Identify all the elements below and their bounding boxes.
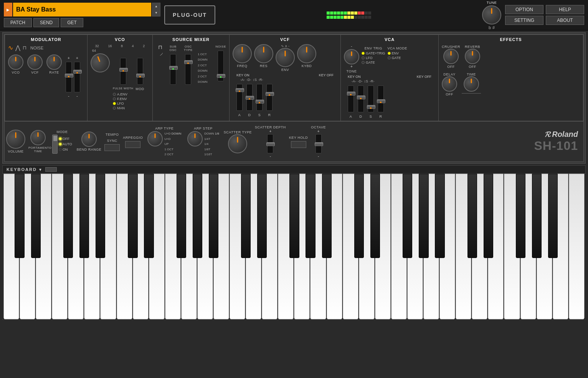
vca-r-track[interactable] xyxy=(378,85,384,112)
waveform-row: ∿ ⋀ ⊓ NOISE xyxy=(8,44,84,51)
time-knob[interactable] xyxy=(464,76,479,92)
patch-down-arrow[interactable]: ▼ xyxy=(152,10,160,16)
res-label: RES xyxy=(260,64,268,68)
black-key[interactable] xyxy=(419,174,428,258)
rate-knob[interactable] xyxy=(46,54,62,70)
sq-wave-icon[interactable]: ⊓ xyxy=(158,44,162,50)
pulse-wave-icon[interactable]: ⊓ xyxy=(23,45,26,51)
vco-knob[interactable] xyxy=(8,54,23,70)
octave-track[interactable] xyxy=(315,134,322,153)
black-key[interactable] xyxy=(532,174,542,258)
vcf-freq-knob[interactable] xyxy=(233,44,252,63)
scatter-type-knob[interactable] xyxy=(228,134,247,153)
res-group: RES xyxy=(254,44,273,68)
vca-a-track[interactable] xyxy=(348,85,354,112)
black-key[interactable] xyxy=(435,174,444,258)
black-key[interactable] xyxy=(193,174,202,258)
white-key[interactable] xyxy=(569,174,585,319)
patch-up-arrow[interactable]: ▲ xyxy=(152,3,160,10)
vca-controls: - + TONE ENV TRIG GATE+TRIG xyxy=(344,44,435,73)
vcf-r-track[interactable] xyxy=(266,84,273,111)
delay-knob[interactable] xyxy=(442,76,457,92)
option-button[interactable]: OPTION xyxy=(505,5,543,14)
vco-tune-knob[interactable] xyxy=(88,51,112,75)
black-key[interactable] xyxy=(96,174,105,258)
key-hold-button[interactable] xyxy=(291,141,306,148)
vca-tone-knob[interactable] xyxy=(344,49,359,64)
black-key[interactable] xyxy=(322,174,332,258)
vcf-env-curve: ∿∧- xyxy=(281,44,289,48)
wave-selectors: ⊓ ⟋ xyxy=(156,44,164,57)
meter-seg xyxy=(330,16,333,19)
black-key[interactable] xyxy=(15,174,24,258)
black-key[interactable] xyxy=(306,174,315,258)
help-button[interactable]: HELP xyxy=(546,5,584,14)
sine-wave-icon[interactable]: ∿ xyxy=(8,44,13,51)
noise-track[interactable] xyxy=(218,51,224,81)
scatter-depth-track[interactable] xyxy=(267,134,273,153)
mod-vcf-fader-track[interactable] xyxy=(74,62,80,92)
scatter-depth-thumb[interactable] xyxy=(266,142,275,146)
get-button[interactable]: GET xyxy=(61,18,83,27)
black-key[interactable] xyxy=(370,174,380,258)
auto-led xyxy=(59,143,62,146)
portamento-knob[interactable] xyxy=(30,130,46,145)
vcf-a-track[interactable] xyxy=(236,84,243,111)
send-button[interactable]: SEND xyxy=(33,18,59,27)
black-key[interactable] xyxy=(177,174,186,258)
setting-button[interactable]: SETTING xyxy=(505,16,543,25)
black-key[interactable] xyxy=(289,174,299,258)
about-button[interactable]: ABOUT xyxy=(546,16,584,25)
black-key[interactable] xyxy=(467,174,477,258)
vca-d-track[interactable] xyxy=(358,85,364,112)
volume-knob[interactable] xyxy=(6,130,25,149)
black-key[interactable] xyxy=(403,174,412,258)
pw-fader-track[interactable] xyxy=(120,58,126,85)
vcf-env-knob[interactable] xyxy=(276,48,295,67)
triangle-wave-icon[interactable]: ⋀ xyxy=(15,44,20,51)
black-key[interactable] xyxy=(144,174,154,258)
tempo-sync-button[interactable] xyxy=(104,144,120,151)
tune-knob[interactable] xyxy=(482,5,501,25)
black-key[interactable] xyxy=(257,174,267,258)
vca-s-fader: S xyxy=(368,84,374,118)
arp-step-knob[interactable] xyxy=(187,131,203,146)
mode-switch[interactable] xyxy=(52,135,58,154)
black-key[interactable] xyxy=(516,174,525,258)
mod-vco-fader-track[interactable] xyxy=(66,62,72,92)
sub-osc-track[interactable] xyxy=(170,54,176,85)
black-key[interactable] xyxy=(79,174,89,258)
reverb-knob[interactable] xyxy=(465,49,480,64)
keyboard-dropdown-icon[interactable]: ▼ xyxy=(38,168,42,172)
patch-button[interactable]: PATCH xyxy=(4,18,32,27)
keyboard-octave-control[interactable] xyxy=(45,167,57,172)
lfo-dot-vca xyxy=(362,56,365,59)
black-key[interactable] xyxy=(548,174,558,258)
vcf-d-track[interactable] xyxy=(246,84,253,111)
black-key[interactable] xyxy=(209,174,218,258)
plug-out-button[interactable]: PLUG-OUT xyxy=(164,5,215,25)
bend-knob[interactable] xyxy=(81,131,97,147)
black-key[interactable] xyxy=(63,174,73,258)
arpeggio-button[interactable] xyxy=(125,141,140,148)
mod-fader-track[interactable] xyxy=(137,58,143,85)
black-key[interactable] xyxy=(128,174,137,258)
black-key[interactable] xyxy=(484,174,493,258)
saw-wave-icon[interactable]: ⟋ xyxy=(159,51,164,57)
black-key[interactable] xyxy=(241,174,251,258)
vcf-res-knob[interactable] xyxy=(254,44,273,63)
aenv-item: A.ENV xyxy=(113,92,144,96)
vca-s-track[interactable] xyxy=(368,85,374,112)
black-key[interactable] xyxy=(354,174,364,258)
vcf-knob[interactable] xyxy=(27,54,43,70)
vcf-s-track[interactable] xyxy=(256,84,263,111)
osc-type-track[interactable] xyxy=(185,54,191,85)
black-key[interactable] xyxy=(31,174,41,258)
arp-type-knob[interactable] xyxy=(147,131,163,146)
crusher-knob[interactable] xyxy=(443,49,459,64)
vca-a-fader: A xyxy=(348,84,354,118)
play-button[interactable]: ▶ xyxy=(4,3,12,16)
tune-label: TUNE xyxy=(487,1,497,5)
octave-thumb[interactable] xyxy=(315,142,323,146)
vcf-kybd-knob[interactable] xyxy=(297,44,316,63)
